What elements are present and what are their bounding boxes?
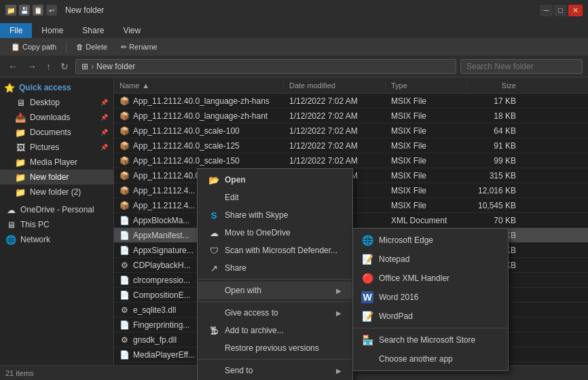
sidebar-item-desktop[interactable]: 🖥 Desktop 📌 (0, 95, 113, 110)
wordpad-icon: 📝 (361, 310, 373, 322)
search-input[interactable] (460, 59, 583, 74)
ctx-send-to[interactable]: Send to ▶ (198, 362, 352, 379)
ctx-give-access[interactable]: Give access to ▶ (198, 304, 352, 322)
file-type-icon: 📦 (120, 141, 129, 151)
sidebar-label-this-pc: This PC (20, 220, 50, 229)
ctx-skype-icon: S (208, 210, 219, 221)
file-cell-name: 📦 App_11.2112.40.0_scale-150 (114, 156, 284, 166)
file-row[interactable]: 📦 App_11.2112.40.0_language-zh-hant 1/12… (114, 109, 588, 124)
store-icon: 🏪 (361, 334, 373, 346)
file-type-icon: 📦 (120, 171, 129, 180)
close-button[interactable]: ✕ (568, 5, 583, 16)
file-type-icon: 📄 (120, 216, 129, 225)
ctx-send-to-arrow: ▶ (336, 367, 342, 375)
sidebar-item-documents[interactable]: 📁 Documents 📌 (0, 125, 113, 140)
tab-view[interactable]: View (113, 23, 150, 38)
ctx-open-with[interactable]: Open with ▶ (198, 282, 352, 299)
sidebar-item-pictures[interactable]: 🖼 Pictures 📌 (0, 140, 113, 155)
ctx-edit-icon (208, 192, 219, 203)
new-folder-icon: 📁 (15, 172, 26, 183)
sidebar-item-quick-access[interactable]: ⭐ Quick access (0, 80, 113, 95)
address-path[interactable]: ⊞ › New folder (75, 59, 456, 74)
desktop-icon: 🖥 (15, 97, 26, 108)
ctx-sep-3 (198, 359, 352, 360)
ctx-edit[interactable]: Edit (198, 189, 352, 206)
file-cell-type: MSIX File (386, 171, 467, 180)
network-icon: 🌐 (5, 234, 16, 245)
media-player-icon: 📁 (15, 157, 26, 168)
sub-edge[interactable]: 🌐 Microsoft Edge (353, 231, 508, 250)
sub-choose[interactable]: Choose another app (353, 349, 508, 368)
ctx-share[interactable]: ↗ Share (198, 259, 352, 277)
sidebar-item-new-folder-2[interactable]: 📁 New folder (2) (0, 185, 113, 200)
window-title: New folder (65, 5, 104, 15)
ctx-onedrive[interactable]: ☁ Move to OneDrive (198, 224, 352, 242)
ribbon-separator (66, 41, 67, 52)
maximize-button[interactable]: □ (554, 5, 567, 16)
sidebar-item-media-player[interactable]: 📁 Media Player (0, 155, 113, 170)
ribbon-action-2[interactable]: 🗑 Delete (71, 41, 113, 52)
ctx-archive-icon: 🗜 (208, 325, 219, 336)
sidebar-item-network[interactable]: 🌐 Network (0, 232, 113, 247)
refresh-button[interactable]: ↻ (58, 60, 71, 73)
ctx-share-skype[interactable]: S Share with Skype (198, 206, 352, 224)
file-cell-size: 70 KB (467, 216, 521, 225)
ctx-send-to-icon (208, 365, 219, 376)
sidebar-item-onedrive[interactable]: ☁ OneDrive - Personal (0, 202, 113, 217)
ctx-share-icon: ↗ (208, 263, 219, 273)
ctx-restore[interactable]: Restore previous versions (198, 339, 352, 357)
ctx-give-access-arrow: ▶ (336, 309, 342, 317)
edge-icon: 🌐 (361, 234, 373, 246)
ribbon-action-3[interactable]: ✏ Rename (115, 41, 163, 53)
sidebar-label-new-folder-2: New folder (2) (30, 187, 81, 197)
up-button[interactable]: ↑ (43, 60, 54, 73)
sub-sep-1 (353, 328, 508, 328)
sort-arrow: ▲ (142, 81, 149, 90)
sub-word[interactable]: W Word 2016 (353, 288, 508, 307)
sidebar-item-this-pc[interactable]: 🖥 This PC (0, 217, 113, 232)
tab-file[interactable]: File (0, 23, 32, 38)
sub-notepad[interactable]: 📝 Notepad (353, 250, 508, 269)
file-cell-type: MSIX File (386, 141, 467, 151)
ctx-defender[interactable]: 🛡 Scan with Microsoft Defender... (198, 242, 352, 259)
choose-icon (361, 353, 373, 365)
col-size: Size (467, 81, 521, 90)
ctx-add-archive[interactable]: 🗜 Add to archive... (198, 322, 352, 339)
file-type-icon: 📦 (120, 126, 129, 136)
sub-store[interactable]: 🏪 Search the Microsoft Store (353, 330, 508, 349)
sidebar: ⭐ Quick access 🖥 Desktop 📌 📥 Downloads 📌… (0, 77, 114, 365)
file-cell-size: 91 KB (467, 141, 521, 151)
context-menu: 📂 Open Edit S Share with Skype ☁ Move to… (197, 168, 353, 380)
file-row[interactable]: 📦 App_11.2112.40.0_scale-125 1/12/2022 7… (114, 138, 588, 153)
back-button[interactable]: ← (5, 60, 20, 73)
file-row[interactable]: 📦 App_11.2112.40.0_scale-150 1/12/2022 7… (114, 153, 588, 168)
minimize-button[interactable]: ─ (540, 5, 553, 16)
sidebar-label-network: Network (20, 235, 50, 244)
sub-office-xml[interactable]: 🔴 Office XML Handler (353, 269, 508, 288)
file-cell-name: 📦 App_11.2112.40.0_language-zh-hans (114, 96, 284, 106)
ctx-give-access-icon (208, 307, 219, 318)
sub-wordpad[interactable]: 📝 WordPad (353, 307, 508, 326)
sidebar-item-new-folder[interactable]: 📁 New folder (0, 170, 113, 185)
file-cell-size: 12,016 KB (467, 186, 521, 195)
file-cell-size: 10,545 KB (467, 201, 521, 210)
file-cell-type: MSIX File (386, 126, 467, 136)
submenu-open-with: 🌐 Microsoft Edge 📝 Notepad 🔴 Office XML … (352, 228, 509, 371)
sidebar-label-media-player: Media Player (30, 157, 77, 167)
file-cell-size: 17 KB (467, 96, 521, 106)
ctx-defender-icon: 🛡 (208, 245, 219, 256)
file-row[interactable]: 📦 App_11.2112.40.0_language-zh-hans 1/12… (114, 94, 588, 109)
tab-home[interactable]: Home (32, 23, 73, 38)
title-bar: 📁 💾 📋 ↩ New folder ─ □ ✕ (0, 0, 588, 20)
file-cell-size: 18 KB (467, 111, 521, 121)
sidebar-label-quick-access: Quick access (19, 83, 71, 92)
ribbon-action-1[interactable]: 📋 Copy path (5, 41, 62, 53)
forward-button[interactable]: → (24, 60, 39, 73)
pin-icon-documents: 📌 (100, 129, 108, 136)
sidebar-item-downloads[interactable]: 📥 Downloads 📌 (0, 110, 113, 125)
file-cell-size: 315 KB (467, 171, 521, 180)
ctx-open[interactable]: 📂 Open (198, 171, 352, 189)
file-cell-size: 64 KB (467, 126, 521, 136)
tab-share[interactable]: Share (73, 23, 113, 38)
file-row[interactable]: 📦 App_11.2112.40.0_scale-100 1/12/2022 7… (114, 124, 588, 138)
